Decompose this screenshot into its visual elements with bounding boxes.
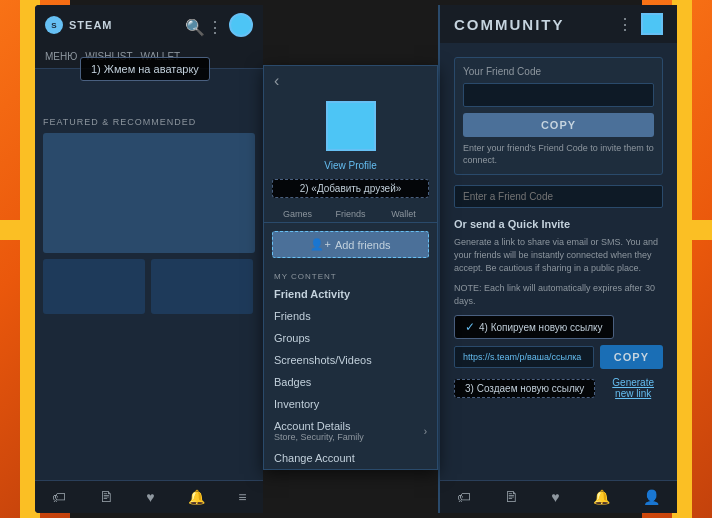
quick-invite-description: Generate a link to share via email or SM… xyxy=(454,236,663,274)
profile-tabs: Games Friends Wallet xyxy=(264,202,437,223)
comm-nav-store-icon[interactable]: 🏷 xyxy=(457,489,471,505)
quick-invite-label: Or send a Quick Invite xyxy=(454,218,663,230)
friend-code-label: Your Friend Code xyxy=(463,66,654,77)
featured-label: FEATURED & RECOMMENDED xyxy=(43,117,255,127)
back-button[interactable]: ‹ xyxy=(264,66,437,96)
invite-link-display: https://s.team/p/ваша/ссылка xyxy=(454,346,594,368)
quick-invite-note: NOTE: Each link will automatically expir… xyxy=(454,282,663,307)
community-avatar[interactable] xyxy=(641,13,663,35)
menu-item-badges-label: Badges xyxy=(274,376,311,388)
menu-item-inventory-label: Inventory xyxy=(274,398,319,410)
bottom-nav-menu-icon[interactable]: ≡ xyxy=(238,489,246,505)
community-title: COMMUNITY xyxy=(454,16,565,33)
tab-friends[interactable]: Friends xyxy=(325,206,376,222)
comm-nav-profile-icon[interactable]: 👤 xyxy=(643,489,660,505)
menu-item-groups[interactable]: Groups xyxy=(264,327,437,349)
enter-friend-code-input[interactable] xyxy=(454,185,663,208)
invite-hint: Enter your friend's Friend Code to invit… xyxy=(463,143,654,166)
bottom-nav-bell-icon[interactable]: 🔔 xyxy=(188,489,205,505)
comm-nav-heart-icon[interactable]: ♥ xyxy=(551,489,559,505)
step1-tooltip: 1) Жмем на аватарку xyxy=(80,57,210,81)
search-icon[interactable]: 🔍 xyxy=(185,18,199,32)
bottom-nav-store-icon[interactable]: 🏷 xyxy=(52,489,66,505)
tab-games[interactable]: Games xyxy=(272,206,323,222)
steam-header: S STEAM 🔍 ⋮ xyxy=(35,5,263,45)
steam-bottom-nav: 🏷 🖹 ♥ 🔔 ≡ xyxy=(35,480,263,513)
step2-tooltip: 2) «Добавить друзей» xyxy=(272,179,429,198)
menu-item-change-account[interactable]: Change Account xyxy=(264,447,437,469)
steam-logo-icon: S xyxy=(45,16,63,34)
copy-link-button[interactable]: COPY xyxy=(600,345,663,369)
steam-title: STEAM xyxy=(69,19,113,31)
menu-item-account[interactable]: Account Details Store, Security, Family … xyxy=(264,415,437,447)
steam-header-icons: 🔍 ⋮ xyxy=(185,13,253,37)
steam-main-content: FEATURED & RECOMMENDED xyxy=(35,99,263,328)
community-panel: steamgifts COMMUNITY ⋮ Your Friend Code … xyxy=(438,5,677,513)
community-menu-icon[interactable]: ⋮ xyxy=(617,15,633,34)
community-body: Your Friend Code COPY Enter your friend'… xyxy=(440,43,677,480)
friend-code-input[interactable] xyxy=(463,83,654,107)
checkmark-icon: ✓ xyxy=(465,320,475,334)
game-thumbnail-small-1 xyxy=(43,259,145,314)
step3-tooltip: 3) Создаем новую ссылку xyxy=(454,379,595,398)
game-thumbnail-main xyxy=(43,133,255,253)
menu-item-account-sublabel: Store, Security, Family xyxy=(274,432,364,442)
generate-link-row: 3) Создаем новую ссылку Generate new lin… xyxy=(454,377,663,399)
step4-tooltip: ✓ 4) Копируем новую ссылку xyxy=(454,315,614,339)
game-thumbnail-small-2 xyxy=(151,259,253,314)
bottom-nav-library-icon[interactable]: 🖹 xyxy=(99,489,113,505)
my-content-label: MY CONTENT xyxy=(264,266,437,283)
menu-item-friends-label: Friends xyxy=(274,310,311,322)
community-header: COMMUNITY ⋮ xyxy=(440,5,677,43)
menu-item-badges[interactable]: Badges xyxy=(264,371,437,393)
menu-item-account-label: Account Details xyxy=(274,420,364,432)
menu-item-friends[interactable]: Friends xyxy=(264,305,437,327)
menu-item-friend-activity[interactable]: Friend Activity xyxy=(264,283,437,305)
menu-item-inventory[interactable]: Inventory xyxy=(264,393,437,415)
menu-item-screenshots-label: Screenshots/Videos xyxy=(274,354,372,366)
bottom-nav-heart-icon[interactable]: ♥ xyxy=(146,489,154,505)
comm-nav-bell-icon[interactable]: 🔔 xyxy=(593,489,610,505)
step4-tooltip-text: 4) Копируем новую ссылку xyxy=(479,322,603,333)
avatar[interactable] xyxy=(229,13,253,37)
add-friends-label: Add friends xyxy=(335,239,391,251)
menu-item-friend-activity-label: Friend Activity xyxy=(274,288,350,300)
add-friends-button[interactable]: 👤+ Add friends xyxy=(272,231,429,258)
menu-item-account-content: Account Details Store, Security, Family xyxy=(274,420,364,442)
link-row: https://s.team/p/ваша/ссылка COPY xyxy=(454,345,663,369)
menu-item-screenshots[interactable]: Screenshots/Videos xyxy=(264,349,437,371)
game-thumbnails-row xyxy=(43,259,255,314)
menu-item-change-account-label: Change Account xyxy=(274,452,355,464)
menu-item-groups-label: Groups xyxy=(274,332,310,344)
view-profile-link[interactable]: View Profile xyxy=(264,156,437,175)
steam-panel: S STEAM 🔍 ⋮ МЕНЮ WISHLIST WALLET 1) Жмем… xyxy=(35,5,263,513)
main-wrapper: S STEAM 🔍 ⋮ МЕНЮ WISHLIST WALLET 1) Жмем… xyxy=(35,5,677,513)
chevron-right-icon: › xyxy=(424,426,427,437)
tab-wallet[interactable]: Wallet xyxy=(378,206,429,222)
profile-popup: ‹ View Profile 2) «Добавить друзей» Game… xyxy=(263,65,438,470)
generate-new-link-button[interactable]: Generate new link xyxy=(603,377,663,399)
nav-menu[interactable]: МЕНЮ xyxy=(45,49,77,64)
friend-code-section: Your Friend Code COPY Enter your friend'… xyxy=(454,57,663,175)
more-icon[interactable]: ⋮ xyxy=(207,18,221,32)
profile-avatar[interactable] xyxy=(326,101,376,151)
copy-friend-code-button[interactable]: COPY xyxy=(463,113,654,137)
community-header-right: ⋮ xyxy=(617,13,663,35)
add-friends-icon: 👤+ xyxy=(310,238,330,251)
community-bottom-nav: 🏷 🖹 ♥ 🔔 👤 xyxy=(440,480,677,513)
comm-nav-library-icon[interactable]: 🖹 xyxy=(504,489,518,505)
